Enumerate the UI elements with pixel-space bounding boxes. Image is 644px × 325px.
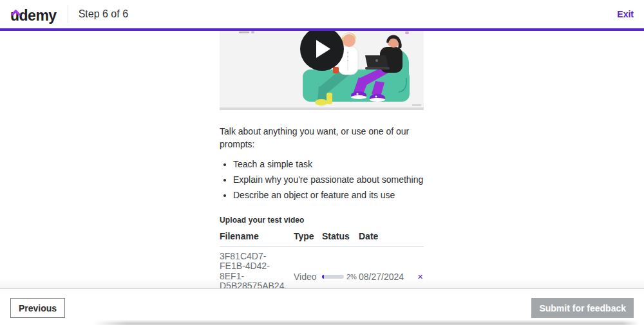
file-type: Video — [294, 272, 322, 282]
header-divider — [68, 5, 68, 23]
upload-status: 2% — [322, 273, 359, 281]
onboarding-page: udemy Step 6 of 6 Exit — [0, 0, 644, 325]
submit-for-feedback-button[interactable]: Submit for feedback — [531, 298, 634, 318]
main-content: Talk about anything you want, or use one… — [220, 31, 424, 306]
video-watermark — [412, 104, 421, 106]
upload-progress-bar — [322, 275, 344, 279]
table-header-row: Filename Type Status Date — [220, 231, 424, 247]
prompt-item: Teach a simple task — [233, 158, 424, 171]
exit-link[interactable]: Exit — [617, 9, 634, 19]
video-scrubber[interactable] — [220, 107, 424, 110]
file-date: 08/27/2024 — [359, 272, 414, 282]
footer: Previous Submit for feedback — [0, 288, 644, 325]
upload-section-heading: Upload your test video — [220, 216, 424, 225]
prompt-item: Describe an object or feature and its us… — [233, 189, 424, 201]
play-icon — [316, 39, 331, 59]
previous-button[interactable]: Previous — [10, 298, 65, 318]
col-header-filename: Filename — [220, 231, 294, 241]
prompt-item: Explain why you're passionate about some… — [233, 174, 424, 186]
col-header-type: Type — [294, 231, 322, 241]
udemy-logo: udemy — [10, 6, 57, 23]
intro-text: Talk about anything you want, or use one… — [220, 125, 424, 151]
delete-file-icon[interactable]: × — [417, 272, 424, 281]
header: udemy Step 6 of 6 Exit — [0, 0, 644, 28]
step-indicator: Step 6 of 6 — [79, 8, 128, 20]
col-header-date: Date — [359, 231, 414, 241]
example-video-player[interactable] — [220, 31, 424, 110]
col-header-status: Status — [322, 231, 359, 241]
prompt-list: Teach a simple task Explain why you're p… — [233, 158, 424, 201]
logo-caret-icon — [11, 3, 21, 9]
upload-progress-label: 2% — [346, 273, 357, 281]
